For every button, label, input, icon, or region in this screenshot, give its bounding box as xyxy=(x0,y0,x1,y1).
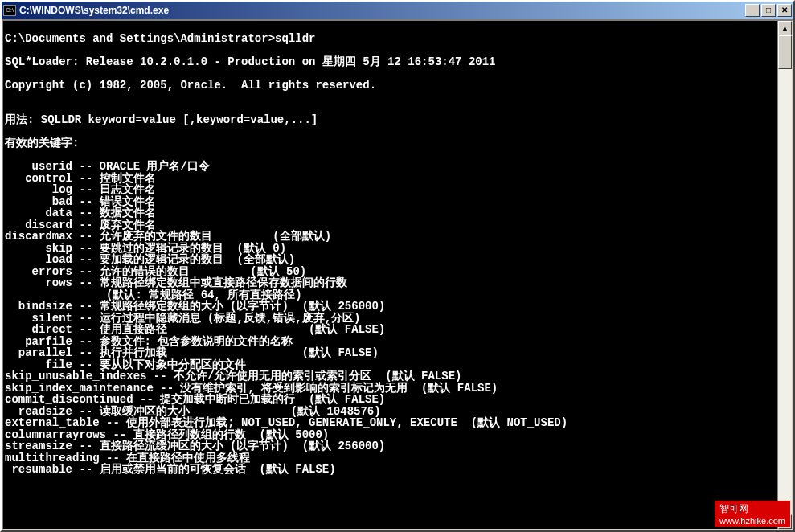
cmd-window: C:\ C:\WINDOWS\system32\cmd.exe _ □ ✕ C:… xyxy=(0,0,795,532)
scroll-thumb[interactable] xyxy=(778,35,792,69)
watermark-url: www.hzhike.com xyxy=(719,516,785,526)
watermark: 智可网 www.hzhike.com xyxy=(715,501,790,527)
title-bar[interactable]: C:\ C:\WINDOWS\system32\cmd.exe _ □ ✕ xyxy=(2,2,793,19)
vertical-scrollbar[interactable]: ▲ ▼ xyxy=(777,21,792,529)
client-area: C:\Documents and Settings\Administrator>… xyxy=(2,19,793,530)
window-title: C:\WINDOWS\system32\cmd.exe xyxy=(19,5,745,16)
terminal-output[interactable]: C:\Documents and Settings\Administrator>… xyxy=(3,21,777,529)
close-button[interactable]: ✕ xyxy=(777,4,792,17)
minimize-button[interactable]: _ xyxy=(745,4,760,17)
scroll-track[interactable] xyxy=(778,35,792,514)
scroll-up-button[interactable]: ▲ xyxy=(778,21,792,35)
cmd-icon: C:\ xyxy=(3,5,16,16)
watermark-text: 智可网 xyxy=(719,502,785,516)
maximize-button[interactable]: □ xyxy=(761,4,776,17)
window-controls: _ □ ✕ xyxy=(745,4,792,17)
